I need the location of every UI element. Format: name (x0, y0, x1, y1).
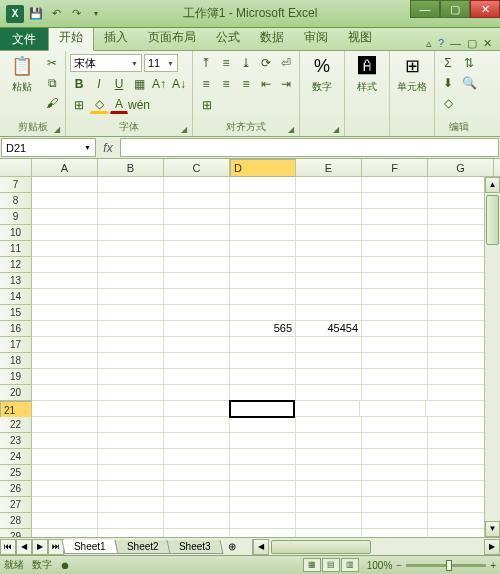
row-header[interactable]: 8 (0, 193, 32, 209)
cell[interactable] (362, 465, 428, 481)
minimize-button[interactable]: — (410, 0, 440, 18)
styles-button[interactable]: 🅰 样式 (349, 54, 385, 94)
cell[interactable] (98, 305, 164, 321)
orientation-icon[interactable]: ⟳ (257, 54, 275, 72)
cell[interactable] (230, 177, 296, 193)
row-header[interactable]: 28 (0, 513, 32, 529)
cell[interactable] (362, 273, 428, 289)
cell[interactable] (164, 241, 230, 257)
cell[interactable] (164, 529, 230, 537)
cell[interactable] (164, 433, 230, 449)
cell[interactable] (296, 177, 362, 193)
font-dialog-icon[interactable]: ◢ (181, 125, 187, 134)
new-sheet-icon[interactable]: ⊕ (222, 541, 242, 552)
select-all-corner[interactable] (0, 159, 32, 176)
italic-button[interactable]: I (90, 75, 108, 93)
cell[interactable] (164, 273, 230, 289)
cell[interactable] (296, 497, 362, 513)
row-header[interactable]: 18 (0, 353, 32, 369)
cell[interactable] (98, 177, 164, 193)
cell[interactable] (32, 481, 98, 497)
cell[interactable] (362, 449, 428, 465)
cell[interactable] (164, 289, 230, 305)
tab-formula[interactable]: 公式 (206, 25, 250, 50)
redo-icon[interactable]: ↷ (68, 6, 84, 22)
cell[interactable] (362, 225, 428, 241)
row-header[interactable]: 22 (0, 417, 32, 433)
cell[interactable] (164, 257, 230, 273)
cell[interactable] (296, 529, 362, 537)
merge-center-icon[interactable]: ⊞ (197, 96, 217, 114)
zoom-slider[interactable] (406, 564, 486, 567)
cell[interactable] (230, 417, 296, 433)
zoom-out-icon[interactable]: − (396, 560, 402, 571)
cell[interactable] (230, 433, 296, 449)
doc-close-icon[interactable]: ✕ (483, 37, 492, 50)
cell[interactable] (32, 529, 98, 537)
cell[interactable] (296, 513, 362, 529)
cell[interactable] (164, 513, 230, 529)
cell[interactable] (230, 465, 296, 481)
sheet-tab[interactable]: Sheet3 (167, 540, 224, 554)
copy-icon[interactable]: ⧉ (43, 74, 61, 92)
qat-dropdown-icon[interactable]: ▼ (88, 6, 104, 22)
row-header[interactable]: 20 (0, 385, 32, 401)
view-pagelayout-icon[interactable]: ▤ (322, 558, 340, 572)
cell[interactable] (98, 481, 164, 497)
column-header[interactable]: D (230, 159, 296, 177)
cell[interactable] (32, 433, 98, 449)
tab-review[interactable]: 审阅 (294, 25, 338, 50)
row-header[interactable]: 12 (0, 257, 32, 273)
file-tab[interactable]: 文件 (0, 28, 48, 50)
cell[interactable]: 565 (230, 321, 296, 337)
column-header[interactable]: A (32, 159, 98, 176)
cell[interactable] (32, 257, 98, 273)
scroll-left-icon[interactable]: ◀ (253, 539, 269, 555)
close-button[interactable]: ✕ (470, 0, 500, 18)
paste-button[interactable]: 📋 粘贴 (4, 54, 40, 94)
cell[interactable] (164, 193, 230, 209)
doc-max-icon[interactable]: ▢ (467, 37, 477, 50)
find-icon[interactable]: 🔍 (460, 74, 478, 92)
cell[interactable] (32, 417, 98, 433)
underline-button[interactable]: U (110, 75, 128, 93)
row-header[interactable]: 15 (0, 305, 32, 321)
cell[interactable] (362, 513, 428, 529)
cell[interactable] (98, 401, 164, 417)
scroll-right-icon[interactable]: ▶ (484, 539, 500, 555)
row-header[interactable]: 19 (0, 369, 32, 385)
row-header[interactable]: 27 (0, 497, 32, 513)
font-size-select[interactable]: 11▼ (144, 54, 178, 72)
cell[interactable] (230, 385, 296, 401)
cell[interactable] (164, 385, 230, 401)
align-left-icon[interactable]: ≡ (197, 75, 215, 93)
cell[interactable] (296, 305, 362, 321)
column-header[interactable]: B (98, 159, 164, 176)
tab-view[interactable]: 视图 (338, 25, 382, 50)
cell[interactable] (296, 241, 362, 257)
align-right-icon[interactable]: ≡ (237, 75, 255, 93)
cell[interactable] (32, 337, 98, 353)
cell[interactable] (32, 225, 98, 241)
cell[interactable] (164, 497, 230, 513)
cell[interactable] (98, 449, 164, 465)
row-header[interactable]: 29 (0, 529, 32, 537)
cell[interactable] (362, 369, 428, 385)
cell[interactable]: 45454 (296, 321, 362, 337)
align-dialog-icon[interactable]: ◢ (288, 125, 294, 134)
sheet-tab[interactable]: Sheet2 (114, 540, 171, 554)
formula-input[interactable] (120, 138, 499, 157)
cell[interactable] (164, 481, 230, 497)
cell[interactable] (164, 225, 230, 241)
cell[interactable] (230, 209, 296, 225)
row-header[interactable]: 24 (0, 449, 32, 465)
cell[interactable] (230, 225, 296, 241)
fill-color-button[interactable]: ◇ (90, 96, 108, 114)
cell[interactable] (230, 481, 296, 497)
cell[interactable] (362, 289, 428, 305)
cell[interactable] (98, 257, 164, 273)
cell[interactable] (230, 305, 296, 321)
cell[interactable] (164, 337, 230, 353)
hscroll-thumb[interactable] (271, 540, 371, 554)
font-color-button[interactable]: A (110, 96, 128, 114)
